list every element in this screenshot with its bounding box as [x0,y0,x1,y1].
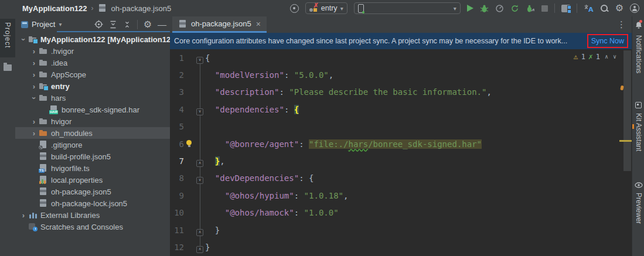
line-number[interactable]: 5 [170,122,184,131]
fold-end-icon[interactable]: ∧ [196,229,203,236]
sync-now-link[interactable]: Sync Now [591,37,624,45]
code-line[interactable]: 12∧} [170,238,632,255]
chevron-right-icon[interactable]: › [29,129,39,137]
prev-issue-icon[interactable]: ∧ [605,53,608,60]
fold-start-icon[interactable]: ∨ [196,57,203,64]
more-options-icon[interactable]: ⋮ [617,20,626,29]
project-strip-tab[interactable]: Project [0,19,15,57]
chevron-down-icon[interactable]: › [20,35,28,44]
tree-item-build-profile-json5[interactable]: build-profile.json5 [15,151,170,162]
chevron-down-icon[interactable]: ▾ [59,21,62,28]
code-line[interactable]: 4∨ "dependencies": { [170,101,632,118]
code-editor[interactable]: 1∨{2 "modelVersion": "5.0.0",3 "descript… [170,49,632,256]
chevron-right-icon[interactable]: › [29,71,39,78]
tree-item-hvigorfile-ts[interactable]: TShvigorfile.ts [15,162,170,174]
folder-icon[interactable] [4,64,12,71]
toolbar-divider [554,4,555,13]
tab-oh-package-json5[interactable]: oh-package.json5 × [172,16,267,31]
tree-item-oh-modules[interactable]: ›oh_modules [15,127,170,139]
line-number[interactable]: 4 [170,105,184,114]
tree-item-oh-package-lock-json5[interactable]: oh-package-lock.json5 [15,197,170,209]
fold-end-icon[interactable]: ∧ [196,246,203,253]
code-line[interactable]: 6 "@bonree/agent": "file:./hars/bonree_s… [170,135,632,152]
run-button[interactable] [467,5,473,12]
tree-item-hvigor[interactable]: ›.hvigor [15,45,170,57]
tool-windows-icon[interactable] [561,5,570,12]
locate-run-icon[interactable] [290,4,299,13]
fold-start-icon[interactable]: ∨ [196,177,203,184]
tree-item-local-properties[interactable]: local.properties [15,174,170,186]
line-number[interactable]: 2 [170,70,184,80]
tree-item-external-libraries[interactable]: ›External Libraries [15,209,170,221]
line-number[interactable]: 8 [170,173,184,183]
tab-kit-assistant[interactable]: Kit Assistant [632,102,644,151]
line-number[interactable]: 1 [170,53,184,63]
line-number[interactable]: 3 [170,87,184,97]
code-line[interactable]: 2 "modelVersion": "5.0.0", [170,66,632,83]
line-number[interactable]: 9 [170,191,184,200]
tree-item-hvigor[interactable]: ›hvigor [15,115,170,127]
line-number[interactable]: 7 [170,156,184,166]
code-text: "@ohos/hamock": "1.0.0" [205,209,339,217]
fold-start-icon[interactable]: ∨ [196,108,203,115]
code-line[interactable]: 10 "@ohos/hamock": "1.0.0" [170,204,632,221]
line-number[interactable]: 12 [170,243,184,252]
profiler-icon[interactable] [495,4,504,13]
chevron-right-icon[interactable]: › [19,211,28,219]
expand-all-icon[interactable] [109,21,117,29]
intention-bulb-icon[interactable] [186,140,192,145]
error-stripe-highlight-mark[interactable] [619,140,632,142]
chevron-right-icon[interactable]: › [29,47,39,55]
tree-item-oh-package-json5[interactable]: oh-package.json5 [15,186,170,197]
locate-file-icon[interactable] [94,20,103,29]
tree-item-entry[interactable]: ›entry [15,80,170,92]
chevron-down-icon: ▾ [454,5,456,12]
stop-button[interactable] [541,5,548,12]
tree-item-gitignore[interactable]: .gitignore [15,139,170,151]
code-line[interactable]: 8∨ "devDependencies": { [170,170,632,187]
settings-gear-icon[interactable]: ⚙ [144,20,152,29]
editor-scrollbar[interactable] [623,50,631,171]
project-panel-title[interactable]: Project [32,20,55,29]
settings-gear-icon[interactable]: ⚙ [615,4,623,13]
code-line[interactable]: 3 "description": "Please describe the ba… [170,84,632,101]
debug-attach-icon[interactable] [526,4,535,13]
translate-icon[interactable]: A [584,4,594,13]
har-file-icon: HAR [49,105,59,114]
collapse-all-icon[interactable] [123,21,131,29]
code-line[interactable]: 9 "@ohos/hypium": "1.0.18", [170,187,632,204]
avatar-icon[interactable] [630,4,639,13]
tree-item-myapplication122[interactable]: ›MyApplication122[MyApplication12] [15,33,170,45]
line-number[interactable]: 6 [170,139,184,149]
tree-item-hars[interactable]: ›hars [15,92,170,104]
line-number[interactable]: 10 [170,208,184,217]
next-issue-icon[interactable]: ∨ [613,53,616,60]
code-token: : [284,105,294,114]
rerun-icon[interactable] [510,4,519,13]
line-number[interactable]: 11 [170,226,184,235]
code-line[interactable]: 1∨{ [170,49,632,66]
run-configuration-select[interactable]: ✗ entry ▾ [305,2,347,14]
device-select[interactable]: ▾ [354,2,461,14]
breadcrumb-file[interactable]: oh-package.json5 [111,4,172,13]
tree-item-appscope[interactable]: ›AppScope [15,69,170,80]
tree-item-scratches-and-consoles[interactable]: Scratches and Consoles [15,221,170,233]
chevron-right-icon[interactable]: › [29,118,39,125]
close-icon[interactable]: × [256,19,261,29]
code-line[interactable]: 5 [170,118,632,135]
chevron-right-icon[interactable]: › [29,59,39,67]
chevron-down-icon[interactable]: › [30,93,38,103]
hide-panel-icon[interactable]: — [158,20,166,29]
search-icon[interactable] [600,4,609,13]
debug-icon[interactable] [480,4,489,13]
breadcrumb-project[interactable]: MyApplication122 [22,4,87,13]
code-line[interactable]: 7∧ }, [170,152,632,169]
inspections-widget[interactable]: ⚠ 1 ✗ 1 ∧ ∨ [574,52,616,61]
tab-previewer[interactable]: Previewer [632,182,644,224]
fold-end-icon[interactable]: ∧ [196,160,203,167]
tree-item-bonree-sdk-signed-har[interactable]: HARbonree_sdk-signed.har [15,104,170,115]
code-line[interactable]: 11∧ } [170,221,632,238]
chevron-right-icon[interactable]: › [29,83,39,90]
tree-item-idea[interactable]: ›.idea [15,57,170,69]
tab-notifications[interactable]: Notifications [632,21,644,73]
